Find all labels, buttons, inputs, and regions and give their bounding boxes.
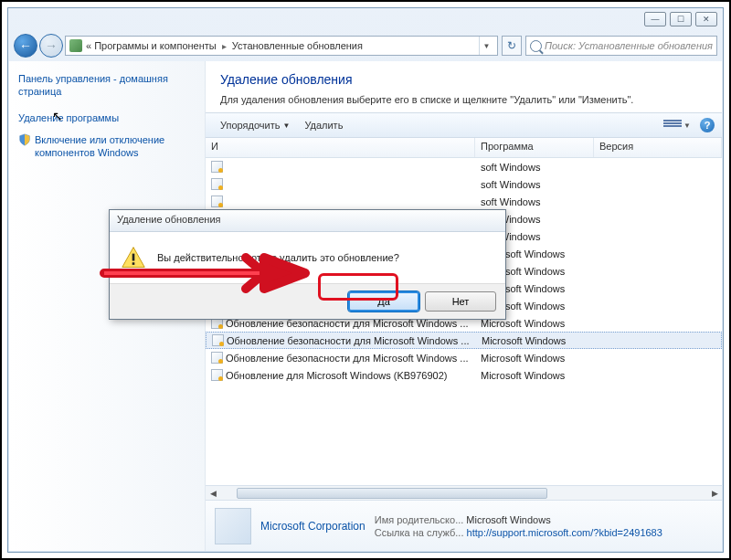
parent-value: Microsoft Windows <box>466 514 550 525</box>
sidebar-link-uninstall[interactable]: Удаление программы <box>18 111 196 124</box>
organize-button[interactable]: Упорядочить▼ <box>213 117 297 133</box>
update-program: Microsoft Windows <box>475 352 594 365</box>
control-panel-icon <box>69 39 82 52</box>
search-icon <box>530 40 542 52</box>
list-view-icon <box>663 120 682 131</box>
search-placeholder: Поиск: Установленные обновления <box>545 40 713 51</box>
parent-label: Имя родительско... <box>375 514 464 525</box>
chevron-right-icon: ▸ <box>219 41 229 51</box>
update-version <box>594 166 722 168</box>
horizontal-scrollbar[interactable]: ◀ ▶ <box>206 485 722 500</box>
support-link[interactable]: http://support.microsoft.com/?kbid=24916… <box>467 527 662 538</box>
table-row[interactable]: Обновление для Microsoft Windows (KB9769… <box>206 366 722 384</box>
update-version <box>594 201 722 203</box>
update-version <box>594 270 722 272</box>
table-row[interactable]: Обновление безопасности для Microsoft Wi… <box>206 332 722 349</box>
sidebar-link-home[interactable]: Панель управления - домашняя страница <box>18 72 196 99</box>
update-name: Обновление для Microsoft Windows (KB9769… <box>226 370 447 381</box>
address-dropdown[interactable]: ▼ <box>479 37 493 55</box>
update-version <box>594 305 722 307</box>
update-name: Обновление безопасности для Microsoft Wi… <box>226 353 469 364</box>
uninstall-button[interactable]: Удалить <box>297 117 350 133</box>
annotation-arrow <box>100 250 310 300</box>
address-bar[interactable]: « Программы и компоненты ▸ Установленные… <box>65 36 498 56</box>
table-row[interactable]: Обновление безопасности для Microsoft Wi… <box>206 349 722 366</box>
update-version <box>594 218 722 220</box>
minimize-button[interactable]: — <box>644 12 666 26</box>
breadcrumb-programs[interactable]: Программы и компоненты <box>91 40 219 51</box>
update-version <box>594 253 722 255</box>
toolbar: Упорядочить▼ Удалить ▼ ? <box>206 112 722 138</box>
update-version <box>594 322 722 324</box>
update-version <box>594 357 722 359</box>
column-version[interactable]: Версия <box>594 138 722 157</box>
page-description: Для удаления обновления выберите его в с… <box>220 94 707 105</box>
no-button[interactable]: Нет <box>425 291 496 312</box>
update-version <box>595 340 721 342</box>
scroll-left-icon[interactable]: ◀ <box>206 487 220 500</box>
refresh-button[interactable]: ↻ <box>502 36 522 56</box>
help-button[interactable]: ? <box>700 118 715 132</box>
update-thumbnail-icon <box>215 508 251 544</box>
table-row[interactable]: soft Windows <box>206 158 722 175</box>
page-title: Удаление обновления <box>220 72 707 87</box>
chevron-down-icon: ▼ <box>683 122 691 130</box>
support-label: Ссылка на служб... <box>375 527 464 538</box>
update-icon <box>211 195 223 207</box>
update-program: soft Windows <box>475 195 594 208</box>
dialog-title: Удаление обновления <box>110 210 505 232</box>
update-program: soft Windows <box>475 161 594 174</box>
scrollbar-thumb[interactable] <box>237 488 547 499</box>
cursor-icon: ↖ <box>52 109 63 123</box>
close-button[interactable]: ✕ <box>695 12 717 26</box>
update-icon <box>211 352 223 364</box>
update-icon <box>211 161 223 173</box>
update-icon <box>211 369 223 381</box>
scroll-right-icon[interactable]: ▶ <box>707 487 722 500</box>
update-program: Microsoft Windows <box>475 369 594 382</box>
breadcrumb-updates[interactable]: Установленные обновления <box>229 40 366 51</box>
view-mode-button[interactable]: ▼ <box>660 118 694 132</box>
shield-icon <box>18 133 31 146</box>
update-version <box>594 236 722 238</box>
column-name[interactable]: И <box>206 138 475 157</box>
update-program: Microsoft Windows <box>476 334 595 347</box>
update-program: soft Windows <box>475 178 594 191</box>
update-version <box>594 184 722 185</box>
back-button[interactable]: ← <box>14 34 37 58</box>
table-row[interactable]: soft Windows <box>206 193 722 210</box>
publisher-name: Microsoft Corporation <box>260 520 366 533</box>
update-version <box>594 288 722 290</box>
forward-button[interactable]: → <box>39 34 63 58</box>
update-name: Обновление безопасности для Microsoft Wi… <box>227 335 470 346</box>
sidebar-link-features[interactable]: Включение или отключение компонентов Win… <box>35 133 196 160</box>
yes-button[interactable]: Да <box>348 291 419 312</box>
chevron-down-icon: ▼ <box>282 122 290 130</box>
column-program[interactable]: Программа <box>475 138 594 157</box>
update-version <box>594 375 722 376</box>
titlebar-buttons: — ☐ ✕ <box>644 12 717 26</box>
update-icon <box>211 178 223 190</box>
maximize-button[interactable]: ☐ <box>670 12 692 26</box>
navbar: ← → « Программы и компоненты ▸ Установле… <box>8 32 723 59</box>
window: — ☐ ✕ ← → « Программы и компоненты ▸ Уст… <box>7 7 724 553</box>
table-row[interactable]: soft Windows <box>206 175 722 193</box>
search-input[interactable]: Поиск: Установленные обновления <box>525 36 717 56</box>
update-icon <box>212 334 224 346</box>
details-pane: Microsoft Corporation Имя родительско...… <box>206 500 722 551</box>
column-headers: И Программа Версия <box>206 138 722 158</box>
